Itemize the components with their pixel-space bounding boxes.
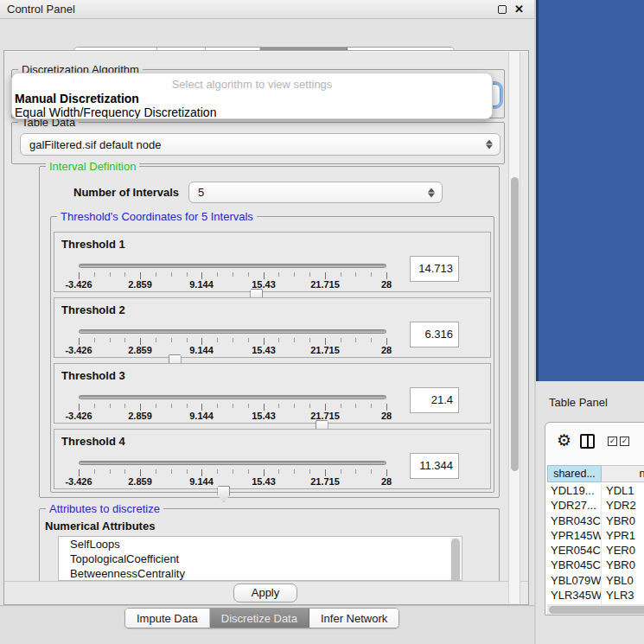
close-icon[interactable]: ✕ [514,3,524,16]
tick-label: 2.859 [128,476,152,487]
threshold-4-slider-track[interactable] [79,461,386,465]
threshold-1-value-field[interactable]: 14.713 [410,256,459,282]
table-row[interactable]: YDR27...YDR2 [547,499,644,513]
threshold-3-value-field[interactable]: 21.4 [410,387,459,413]
threshold-4-label: Threshold 4 [61,435,125,448]
tick-label: 21.715 [310,476,340,487]
threshold-1-panel: Threshold 1 -3.426 2.859 9.144 15.43 21.… [54,232,491,292]
tick-label: 2.859 [128,345,152,355]
popup-option-manual-discretization[interactable]: Manual Discretization [15,92,139,105]
top-tabstrip: Network Style Select Cyni Toolbox jActiv… [0,19,534,50]
scrollbar-thumb[interactable] [511,177,519,471]
combo-arrows-icon [428,188,435,197]
gear-icon[interactable]: ⚙ [557,432,571,450]
threshold-1-slider-track[interactable] [79,264,386,268]
table-header-row: shared... n [547,465,644,482]
table-horizontal-scrollbar[interactable] [547,604,644,615]
tick-label: 21.715 [310,345,340,355]
table-row[interactable]: YBL079WYBL0 [547,574,644,589]
table-row[interactable]: YDL19...YDL1 [547,484,644,499]
number-of-intervals-combobox[interactable]: 5 [188,182,443,203]
table-row[interactable]: YPR145WYPR1 [547,529,644,544]
apply-button[interactable]: Apply [233,583,297,603]
threshold-3-panel: Threshold 3 -3.426 2.859 9.144 15.43 21.… [54,363,491,424]
slider-major-ticks [79,404,387,411]
threshold-2-value-field[interactable]: 6.316 [410,322,459,348]
threshold-1-label: Threshold 1 [61,238,125,251]
tick-label: 9.144 [189,345,214,355]
table-rows: YDL19...YDL1 YDR27...YDR2 YBR043CYBR0 YP… [547,484,644,605]
tick-label: 15.43 [252,345,276,355]
tick-label: 21.715 [310,411,340,421]
threshold-coordinates-legend: Threshold's Coordinates for 5 Intervals [57,210,257,223]
interval-definition-legend: Interval Definition [46,160,139,173]
tick-label: 15.43 [252,279,276,290]
threshold-4-value-field[interactable]: 11.344 [410,453,459,479]
threshold-2-panel: Threshold 2 -3.426 2.859 9.144 15.43 21.… [54,297,491,358]
tick-label: -3.426 [65,279,92,290]
tick-label: 28 [381,279,392,290]
column-header-name[interactable]: n [602,465,644,482]
slider-major-ticks [79,272,387,279]
split-columns-icon[interactable] [580,434,595,449]
tick-label: 9.144 [189,476,214,487]
bottom-tabs: Impute Data Discretize Data Infer Networ… [124,608,399,628]
table-data-combobox[interactable]: galFiltered.sif default node [20,133,501,156]
checkbox-icon[interactable]: ✓ [608,437,617,446]
tick-label: 28 [381,345,392,355]
threshold-2-slider-track[interactable] [79,329,386,334]
tab-impute-data[interactable]: Impute Data [125,609,210,628]
tab-label: Discretize Data [221,612,297,625]
list-item[interactable]: BetweennessCentrality [59,566,462,581]
column-header-shared[interactable]: shared... [547,465,602,482]
numerical-attributes-list: SelfLoops TopologicalCoefficient Between… [58,536,462,581]
network-view-frame: GAL80 GA C GAL11 GAL4 GCY1 H HAP2 [536,0,644,381]
table-data-combo-value: galFiltered.sif default node [29,138,161,151]
threshold-4-panel: Threshold 4 -3.426 2.859 9.144 15.43 21.… [54,429,491,489]
threshold-3-label: Threshold 3 [61,369,125,382]
table-row[interactable]: YLR345WYLR3 [547,589,644,603]
tick-label: -3.426 [65,345,92,355]
apply-strip: Apply [4,581,528,604]
list-scrollbar[interactable] [450,538,461,581]
scrollbar-thumb[interactable] [549,606,644,614]
table-panel-title: Table Panel [549,396,608,409]
number-of-intervals-label: Number of Intervals [73,186,179,199]
popup-hint: Select algorithm to view settings [12,78,492,91]
threshold-3-slider-track[interactable] [79,395,386,399]
tab-discretize-data[interactable]: Discretize Data [210,609,309,628]
attributes-legend: Attributes to discretize [46,502,163,515]
list-item[interactable]: SelfLoops [59,537,462,552]
tick-label: 9.144 [189,411,214,421]
slider-major-ticks [79,469,387,476]
tick-label: 15.43 [252,476,276,487]
tick-label: 21.715 [310,279,340,290]
control-panel-titlebar: Control Panel ✕ [0,0,534,19]
screenshot-root: Control Panel ✕ Network Style Select Cyn… [0,0,644,644]
tick-label: 15.43 [252,411,276,421]
tick-label: 2.859 [128,279,152,290]
checkbox-icon[interactable]: ✓ [620,437,629,446]
tick-label: -3.426 [65,476,92,487]
threshold-2-label: Threshold 2 [61,303,125,316]
panel-title: Control Panel [7,3,75,16]
table-panel-box: ⚙ ✓ ✓ shared... n YDL19...YDL1 YDR27...Y… [545,422,644,615]
table-row[interactable]: YBR043CYBR0 [547,514,644,529]
tab-label: Infer Network [321,612,387,625]
algorithm-dropdown-popup: Select algorithm to view settings Manual… [11,73,493,119]
tick-label: -3.426 [65,411,92,421]
tick-label: 28 [381,411,392,421]
float-window-icon[interactable] [498,5,507,14]
table-panel-area: Table Panel ⚙ ✓ ✓ shared... n YDL19...YD… [536,381,644,644]
table-toolbar: ⚙ ✓ ✓ [545,423,644,461]
slider-major-ticks [79,338,387,345]
panel-vertical-scrollbar[interactable] [508,52,520,603]
list-item[interactable]: TopologicalCoefficient [59,552,462,566]
combo-arrows-icon [486,140,493,150]
table-row[interactable]: YER054CYER0 [547,544,644,558]
tick-label: 9.144 [189,279,214,290]
table-row[interactable]: YBR045CYBR0 [547,558,644,573]
popup-option-equal-width[interactable]: Equal Width/Frequency Discretization [15,105,216,119]
tab-label: Impute Data [137,612,198,625]
tab-infer-network[interactable]: Infer Network [309,609,399,628]
